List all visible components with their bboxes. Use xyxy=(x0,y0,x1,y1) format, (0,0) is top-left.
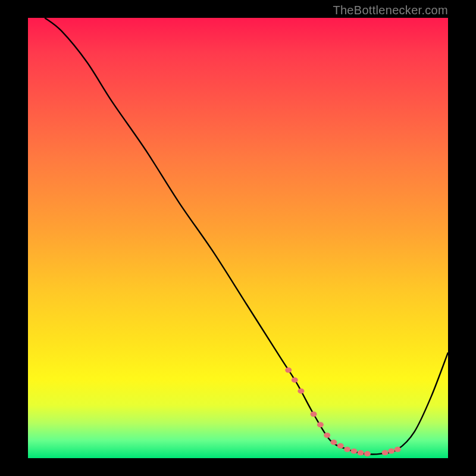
bead-cluster xyxy=(285,368,401,457)
bead xyxy=(330,440,337,445)
bottleneck-curve xyxy=(28,18,448,458)
plot-area xyxy=(28,18,448,458)
bead xyxy=(394,447,401,452)
bead xyxy=(350,449,357,454)
bead xyxy=(364,451,371,456)
bead xyxy=(382,450,389,455)
bead xyxy=(292,377,298,383)
bead xyxy=(388,448,394,453)
bead xyxy=(311,412,317,417)
chart-frame: TheBottlenecker.com xyxy=(0,0,476,476)
bead xyxy=(337,443,344,449)
bead xyxy=(344,447,350,452)
attribution-text: TheBottlenecker.com xyxy=(333,4,448,17)
bead xyxy=(358,450,364,456)
bead xyxy=(317,422,324,427)
bead xyxy=(298,389,304,394)
curve-line xyxy=(45,18,448,455)
bead xyxy=(285,368,292,373)
bead xyxy=(324,433,330,438)
